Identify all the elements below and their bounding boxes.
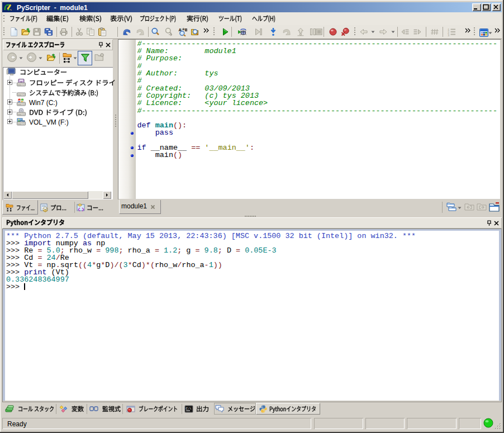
svg-text:B: B — [185, 27, 188, 32]
svg-text:3: 3 — [448, 34, 449, 37]
svg-text:C:\: C:\ — [186, 407, 192, 411]
